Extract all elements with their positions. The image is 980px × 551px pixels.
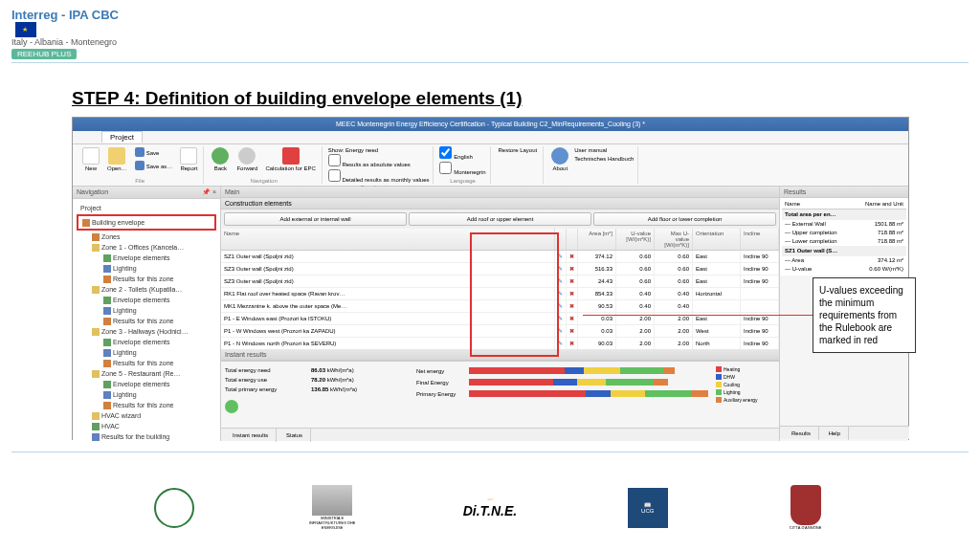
table-row[interactable]: SZ3 Outer wall (Spoljni zid)✎✖516.330.60… bbox=[221, 263, 779, 276]
tab-instant-results[interactable]: Instant results bbox=[225, 429, 277, 442]
edit-icon[interactable]: ✎ bbox=[558, 303, 563, 309]
eu-flag-icon bbox=[15, 22, 36, 37]
edit-icon[interactable]: ✎ bbox=[558, 328, 563, 334]
tree-item[interactable]: Zone 1 - Offices (Kancela… bbox=[77, 242, 216, 253]
check-icon bbox=[225, 400, 238, 413]
table-row[interactable]: SZ1 Outer wall (Spoljni zid)✎✖374.120.60… bbox=[221, 251, 779, 263]
tree-item[interactable]: HVAC bbox=[77, 421, 216, 431]
tab-status[interactable]: Status bbox=[278, 429, 311, 442]
delete-icon[interactable]: ✖ bbox=[569, 291, 574, 297]
tree-item[interactable]: Lighting bbox=[77, 263, 216, 274]
tree-item[interactable]: Results for this zone bbox=[77, 316, 216, 326]
tech-manual-link[interactable]: Technisches Handbuch bbox=[574, 155, 634, 164]
navigation-panel: Navigation📌 × Project Building envelope … bbox=[73, 187, 221, 441]
elements-table: Name Area [m²] U-value [W/(m²K)] Max U-v… bbox=[221, 229, 779, 349]
col-orientation[interactable]: Orientation bbox=[693, 229, 741, 250]
table-row[interactable]: P1 - N Windows north (Prozori ka SEVERU)… bbox=[221, 338, 779, 349]
tree-item[interactable]: Results for this zone bbox=[77, 274, 216, 284]
tree-item[interactable]: Envelope elements bbox=[77, 379, 216, 389]
lang-montenegrin-checkbox[interactable]: Montenegrin bbox=[439, 162, 485, 177]
forward-button[interactable]: Forward bbox=[234, 146, 259, 172]
report-button[interactable]: Report bbox=[178, 146, 199, 172]
tree-item[interactable]: Zones bbox=[77, 231, 216, 242]
results-absolute-checkbox[interactable]: Results as absolute values bbox=[328, 154, 430, 169]
about-button[interactable]: About bbox=[549, 146, 570, 172]
tree-item[interactable]: Zone 3 - Hallways (Hodnici… bbox=[77, 326, 216, 337]
edit-icon[interactable]: ✎ bbox=[558, 253, 563, 259]
col-uvalue[interactable]: U-value [W/(m²K)] bbox=[616, 229, 655, 250]
lang-english-checkbox[interactable]: English bbox=[439, 146, 485, 162]
col-maxuvalue[interactable]: Max U-value [W/(m²K)] bbox=[655, 229, 693, 250]
table-row[interactable]: SZ3 Outer wall (Spoljni zid)✎✖24.430.600… bbox=[221, 276, 779, 288]
tree-item[interactable]: Envelope elements bbox=[77, 253, 216, 263]
ribbon-group-lang: English Montenegrin Language bbox=[435, 146, 490, 184]
tree-item[interactable]: Results for the building bbox=[77, 431, 216, 441]
back-button[interactable]: Back bbox=[210, 146, 231, 172]
ribbon-group-nav: Back Forward Calculation for EPC Navigat… bbox=[206, 146, 322, 184]
tree-item[interactable]: HVAC wizard bbox=[77, 410, 216, 421]
tree-item[interactable]: Results for this zone bbox=[77, 358, 216, 368]
edit-icon[interactable]: ✎ bbox=[558, 341, 563, 346]
saveas-button[interactable]: Save as… bbox=[133, 160, 175, 172]
ribbon-group-show: Show: Energy need Results as absolute va… bbox=[324, 146, 434, 184]
show-label: Show: Energy need bbox=[328, 146, 430, 154]
nav-panel-title: Navigation bbox=[77, 188, 108, 196]
table-row[interactable]: P1 - W Windows west (Prozori ka ZAPADU)✎… bbox=[221, 325, 779, 338]
delete-icon[interactable]: ✖ bbox=[569, 316, 574, 321]
logo-agnone: CITTÀ D'AGNONE bbox=[779, 481, 832, 534]
footer-logos: MINISTRIA E INFRASTRUKTURËS DHE ENERGJIS… bbox=[0, 481, 980, 534]
tree-item[interactable]: Lighting bbox=[77, 305, 216, 316]
table-row[interactable]: MK1 Mezzanine k. above the outer space (… bbox=[221, 300, 779, 313]
calculation-button[interactable]: Calculation for EPC bbox=[263, 146, 317, 172]
delete-icon[interactable]: ✖ bbox=[569, 278, 574, 284]
main-panel-title: Main bbox=[225, 188, 239, 195]
edit-icon[interactable]: ✎ bbox=[558, 316, 563, 321]
tree-item[interactable]: Results for this zone bbox=[77, 400, 216, 410]
divider-bottom bbox=[11, 452, 969, 452]
tree-item[interactable]: Lighting bbox=[77, 389, 216, 400]
ribbon: New Open… Save Save as… Report File Back… bbox=[73, 144, 908, 187]
tree-item[interactable]: Zone 2 - Toilets (Kupatila… bbox=[77, 284, 216, 295]
results-monthly-checkbox[interactable]: Detailed results as monthly values bbox=[328, 169, 430, 185]
results-group-wall[interactable]: SZ1 Outer wall (S… bbox=[782, 246, 906, 256]
tree-root[interactable]: Project bbox=[77, 203, 216, 213]
add-floor-button[interactable]: Add floor or lower completion bbox=[593, 212, 776, 226]
user-manual-link[interactable]: User manual bbox=[574, 146, 634, 155]
tree-item[interactable]: Envelope elements bbox=[77, 295, 216, 305]
open-button[interactable]: Open… bbox=[105, 146, 129, 172]
col-incline[interactable]: Incline bbox=[741, 229, 779, 250]
edit-icon[interactable]: ✎ bbox=[558, 278, 563, 284]
tree-item[interactable]: Zone 5 - Restaurant (Re… bbox=[77, 368, 216, 379]
restore-layout-button[interactable]: Restore Layout bbox=[497, 146, 540, 154]
edit-icon[interactable]: ✎ bbox=[558, 291, 563, 297]
col-name[interactable]: Name bbox=[221, 229, 555, 250]
col-area[interactable]: Area [m²] bbox=[578, 229, 616, 250]
construction-elements-label: Construction elements bbox=[221, 198, 779, 209]
tab-project[interactable]: Project bbox=[101, 131, 143, 143]
edit-icon[interactable]: ✎ bbox=[558, 266, 563, 272]
ribbon-group-help: About User manual Technisches Handbuch bbox=[546, 146, 638, 184]
delete-icon[interactable]: ✖ bbox=[569, 303, 574, 309]
delete-icon[interactable]: ✖ bbox=[569, 341, 574, 346]
tree-item[interactable]: Lighting bbox=[77, 347, 216, 358]
tree-building-envelope[interactable]: Building envelope bbox=[77, 214, 216, 231]
pin-icon[interactable]: 📌 × bbox=[202, 188, 216, 196]
new-button[interactable]: New bbox=[80, 146, 101, 172]
tab-results[interactable]: Results bbox=[784, 427, 819, 440]
save-button[interactable]: Save bbox=[133, 146, 175, 159]
instant-results-panel: Total energy need86.03 kWh/(m²a)Total en… bbox=[221, 361, 779, 428]
callout-pointer-line bbox=[583, 315, 813, 316]
logo-ucg: 📖UCG bbox=[621, 481, 674, 534]
delete-icon[interactable]: ✖ bbox=[569, 253, 574, 259]
delete-icon[interactable]: ✖ bbox=[569, 328, 574, 334]
add-wall-button[interactable]: Add external or internal wall bbox=[224, 212, 407, 226]
add-roof-button[interactable]: Add roof or upper element bbox=[409, 212, 591, 226]
results-group-area[interactable]: Total area per en… bbox=[782, 209, 906, 220]
main-panel: Main Construction elements Add external … bbox=[221, 187, 779, 441]
tab-help[interactable]: Help bbox=[821, 427, 849, 440]
results-panel-title: Results bbox=[784, 188, 806, 195]
tree-item[interactable]: Envelope elements bbox=[77, 337, 216, 347]
delete-icon[interactable]: ✖ bbox=[569, 266, 574, 272]
divider-top bbox=[11, 62, 969, 63]
table-row[interactable]: RK1 Flat roof over heated space (Ravan k… bbox=[221, 288, 779, 300]
